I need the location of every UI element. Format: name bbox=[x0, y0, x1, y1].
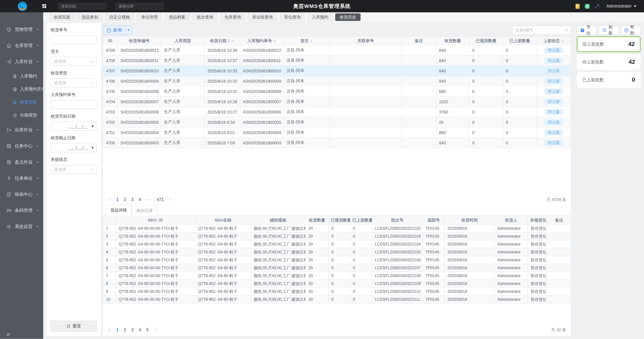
sidebar-item-report-center[interactable]: 报表中心 bbox=[0, 186, 43, 202]
page-number[interactable]: 5 bbox=[146, 327, 149, 332]
receiving-table-row[interactable]: 4701 SHD2025081800004 生产入库 2025/8/18 8:0… bbox=[103, 127, 571, 138]
owner-select[interactable]: 请选择 bbox=[51, 57, 97, 66]
detail-tab[interactable]: 货品详情 bbox=[106, 205, 132, 216]
help-button[interactable]: ? 帮助 bbox=[621, 26, 640, 35]
page-number[interactable]: 3 bbox=[131, 197, 134, 202]
workspace-tab[interactable]: 单位管理 bbox=[137, 13, 162, 21]
page-number[interactable]: 1 bbox=[116, 197, 118, 202]
workspace-tab[interactable]: 仓库查询 bbox=[220, 13, 246, 21]
sidebar-item-sorting-tally[interactable]: 分拣理货 bbox=[0, 109, 43, 122]
audit-log-icon[interactable] bbox=[575, 3, 581, 9]
sku-detail-row[interactable]: 7 Q778-952 -04-90-00-00-TYO-鞋子 Q778-952 … bbox=[103, 272, 571, 280]
page-number[interactable]: 4 bbox=[139, 327, 141, 332]
sidebar-item-business-partners[interactable]: 往来单位 bbox=[0, 170, 43, 186]
col-header-shelved-qty: 已上架数量 bbox=[503, 37, 537, 45]
workspace-tab[interactable]: 自定义规格 bbox=[105, 13, 134, 21]
add-button[interactable]: + 新增 bbox=[103, 26, 132, 35]
sidebar-item-inbound-appointment-create[interactable]: 入库预约开单 bbox=[0, 83, 43, 96]
col-header-sku-id: SKU_ID bbox=[116, 216, 195, 224]
sku-detail-row[interactable]: 2 Q778-952 -04-90-00-00-TYO-鞋子 Q778-952 … bbox=[103, 232, 571, 240]
receive-type-select[interactable]: 请选择 bbox=[51, 79, 97, 88]
add-dropdown-button[interactable] bbox=[125, 26, 132, 34]
filter-chevron-icon[interactable] bbox=[561, 39, 564, 42]
refresh-button[interactable]: 刷新 bbox=[599, 26, 619, 35]
filter-chevron-icon[interactable] bbox=[273, 39, 276, 42]
menu-collapse-icon[interactable] bbox=[6, 332, 10, 337]
sku-detail-row[interactable]: 10 Q778-952 -04-90-00-00-TYO-鞋子 Q778-952… bbox=[103, 295, 571, 303]
reset-button[interactable]: 重置 bbox=[50, 321, 97, 332]
filter-chevron-icon[interactable] bbox=[310, 39, 313, 42]
workspace-tab[interactable]: 库位组查询 bbox=[248, 13, 277, 21]
next-page-button[interactable] bbox=[169, 198, 172, 201]
receipt-no-input[interactable] bbox=[51, 35, 97, 44]
col-header-aux-spec: 辅助规格 bbox=[251, 216, 306, 224]
next-page-button[interactable] bbox=[154, 328, 157, 332]
asn-no-input[interactable] bbox=[51, 100, 97, 109]
filter-chevron-icon[interactable] bbox=[231, 39, 234, 42]
prev-page-button[interactable] bbox=[108, 328, 111, 332]
sidebar-item-task-center[interactable]: 任务中心 bbox=[0, 138, 43, 154]
sidebar-item-inbound-operations[interactable]: 入库作业 bbox=[0, 54, 43, 70]
receiving-table-row[interactable]: 4704 SHD2025081800007 生产入库 2025/8/18 10:… bbox=[103, 97, 571, 107]
page-number[interactable]: 471 bbox=[157, 197, 164, 202]
sidebar-item-stocktaking[interactable]: 盘点作业 bbox=[0, 154, 43, 170]
doc-status-select[interactable]: 请选择 bbox=[51, 165, 97, 174]
col-header-receive-date[interactable]: 收货日期 bbox=[204, 37, 240, 45]
workspace-tab[interactable]: 欢迎页面 bbox=[49, 13, 75, 21]
receiving-table-row[interactable]: 4702 SHD2025081800005 生产入库 2025/8/18 8:3… bbox=[103, 117, 571, 127]
sidebar-item-receiving-history[interactable]: 收货历史 bbox=[0, 96, 43, 109]
sku-detail-row[interactable]: 6 Q778-952 -04-90-00-00-TYO-鞋子 Q778-952 … bbox=[103, 264, 571, 272]
col-header-shelf-status[interactable]: 上架状态 bbox=[537, 37, 571, 45]
receiving-table-row[interactable]: 4705 SHD2025081800008 生产入库 2025/8/18 10:… bbox=[103, 86, 571, 97]
sort-icon[interactable] bbox=[228, 39, 230, 43]
apps-grid-icon[interactable] bbox=[42, 4, 47, 9]
workspace-tab[interactable]: 收货历史 bbox=[335, 13, 360, 21]
warehouse-input[interactable] bbox=[116, 3, 164, 10]
clock-icon[interactable] bbox=[584, 3, 590, 9]
stat-card-pending-shelf-batches[interactable]: 待上架批数 42 bbox=[577, 54, 640, 70]
receiving-table-row[interactable]: 4708 SHD2025081800011 生产入库 2025/8/18 10:… bbox=[103, 55, 571, 66]
sidebar-item-barcode-management[interactable]: 条码管理 bbox=[0, 202, 43, 218]
sidebar-item-system-settings[interactable]: 系统设置 bbox=[0, 218, 43, 235]
workspace-tab[interactable]: 货品档案 bbox=[164, 13, 190, 21]
stat-card-shelved-batches[interactable]: 已上架批数 0 bbox=[577, 72, 640, 88]
sidebar-item-inbound-appointment[interactable]: 入库预约 bbox=[0, 70, 43, 83]
page-number[interactable]: 3 bbox=[131, 327, 134, 332]
page-number[interactable]: 2 bbox=[124, 327, 126, 332]
col-header-asn-code[interactable]: 入库预约单号 bbox=[240, 37, 284, 45]
start-date-input[interactable]: ___/__/__ bbox=[51, 122, 97, 131]
receiving-table-row[interactable]: 4700 SHD2025081800003 生产入库 2025/8/18 7:5… bbox=[103, 138, 571, 148]
page-number[interactable]: 2 bbox=[124, 197, 126, 202]
export-button[interactable]: 导出 bbox=[577, 26, 596, 35]
page-number[interactable]: 4 bbox=[139, 197, 141, 202]
sku-detail-row[interactable]: 1 Q778-952 -04-90-00-00-TYO-鞋子 Q778-952 … bbox=[103, 224, 571, 232]
receiving-table-row[interactable]: 4706 SHD2025081800009 生产入库 2025/8/18 10:… bbox=[103, 76, 571, 86]
page-number[interactable]: 1 bbox=[116, 327, 118, 332]
chevron-up-icon bbox=[36, 60, 39, 63]
receiving-table-row[interactable]: 4707 SHD2025081800010 生产入库 2025/8/18 10:… bbox=[103, 66, 571, 76]
function-search-input[interactable] bbox=[58, 3, 106, 10]
workspace-tab[interactable]: 入库预约 bbox=[308, 13, 333, 21]
receiving-table-row[interactable]: 4703 SHD2025081800006 生产入库 2025/8/18 10:… bbox=[103, 107, 571, 117]
sku-detail-row[interactable]: 5 Q778-952 -04-90-00-00-TYO-鞋子 Q778-952 … bbox=[103, 256, 571, 264]
end-date-input[interactable]: ___/__/__ bbox=[51, 143, 97, 152]
stat-card-due-shelf-batches[interactable]: 应上架批数 42 bbox=[577, 36, 640, 52]
sku-detail-row[interactable]: 4 Q778-952 -04-90-00-00-TYO-鞋子 Q778-952 … bbox=[103, 248, 571, 256]
workspace-tab[interactable]: 批次查询 bbox=[192, 13, 218, 21]
sidebar-item-goods-management[interactable]: 货物管理 bbox=[0, 21, 43, 37]
sidebar-item-outbound-operations[interactable]: 出库作业 bbox=[0, 122, 43, 138]
col-header-owner[interactable]: 货主 bbox=[284, 37, 330, 45]
sku-detail-row[interactable]: 8 Q778-952 -04-90-00-00-TYO-鞋子 Q778-952 … bbox=[103, 280, 571, 287]
sku-detail-row[interactable]: 3 Q778-952 -04-90-00-00-TYO-鞋子 Q778-952 … bbox=[103, 240, 571, 248]
sku-detail-row[interactable]: 9 Q778-952 -04-90-00-00-TYO-鞋子 Q778-952 … bbox=[103, 287, 571, 295]
user-menu[interactable]: Administrator bbox=[606, 4, 636, 9]
workspace-tab[interactable]: 库位查询 bbox=[280, 13, 305, 21]
receiving-table-row[interactable]: 4709 SHD2025081800012 生产入库 2025/8/18 10:… bbox=[103, 45, 571, 55]
workspace-tab[interactable]: 货品类别 bbox=[77, 13, 102, 21]
list-search-input[interactable] bbox=[512, 26, 571, 35]
sidebar-item-warehouse-management[interactable]: 仓库管理 bbox=[0, 37, 43, 54]
detail-tab[interactable]: 操作记录 bbox=[132, 205, 158, 216]
magic-wand-icon[interactable] bbox=[594, 3, 600, 9]
page-number[interactable]: ··· bbox=[146, 197, 152, 202]
prev-page-button[interactable] bbox=[108, 198, 111, 201]
